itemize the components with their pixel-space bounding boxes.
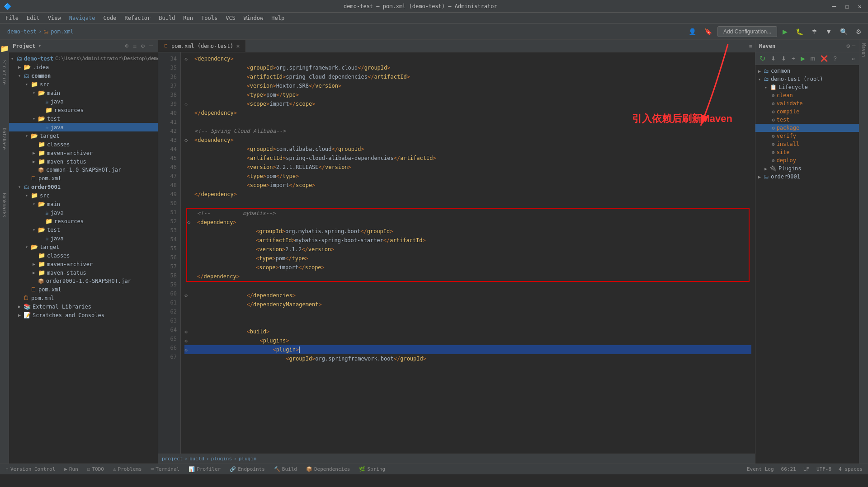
run-status-button[interactable]: ▶ Run	[62, 466, 80, 472]
tree-item-order9001-test[interactable]: ▾ 📂 test	[9, 225, 158, 234]
tree-item-order9001[interactable]: ▾ 🗂 order9001	[9, 183, 158, 191]
maven-run-button[interactable]: ▶	[798, 54, 807, 63]
build-button[interactable]: 🔨 Build	[272, 466, 299, 472]
tree-item-common-maven-archiver[interactable]: ▶ 📁 maven-archiver	[9, 149, 158, 157]
tree-item-order9001-target[interactable]: ▾ 📂 target	[9, 243, 158, 251]
tree-item-common-classes[interactable]: 📁 classes	[9, 140, 158, 149]
code-content[interactable]: ◇ <dependency> <groupId>org.springframew…	[181, 52, 755, 454]
menu-run[interactable]: Run	[179, 14, 197, 22]
maven-item-validate[interactable]: ⚙ validate	[755, 99, 859, 108]
menu-view[interactable]: View	[44, 14, 65, 22]
breadcrumb-filename[interactable]: pom.xml	[51, 28, 74, 35]
run-button[interactable]: ▶	[780, 26, 790, 37]
maven-add-button[interactable]: +	[789, 54, 797, 63]
line-ending-display[interactable]: LF	[802, 466, 811, 472]
maven-item-package[interactable]: ⚙ package	[755, 124, 859, 132]
maven-help-button[interactable]: ?	[831, 54, 839, 63]
project-icon[interactable]: 📁	[0, 42, 10, 56]
tree-item-common-main-java[interactable]: ☕ java	[9, 97, 158, 106]
project-locate-button[interactable]: ⊕	[124, 42, 130, 50]
menu-refactor[interactable]: Refactor	[121, 14, 154, 22]
maven-item-plugins[interactable]: ▶ 🔌 Plugins	[755, 164, 859, 173]
search-everywhere-button[interactable]: 🔍	[837, 26, 850, 37]
tree-item-common-main[interactable]: ▾ 📂 main	[9, 89, 158, 97]
tree-item-common-src[interactable]: ▾ 📁 src	[9, 80, 158, 89]
breadcrumb-build-path[interactable]: build	[189, 456, 204, 462]
close-button[interactable]: ✕	[855, 2, 864, 11]
menu-navigate[interactable]: Navigate	[66, 14, 99, 22]
tree-item-idea[interactable]: ▶ 📂 .idea	[9, 63, 158, 71]
breadcrumb-project[interactable]: demo-test	[7, 28, 37, 35]
maven-item-verify[interactable]: ⚙ verify	[755, 132, 859, 140]
tree-item-common-pom[interactable]: 🗒 pom.xml	[9, 174, 158, 183]
tree-item-order9001-classes[interactable]: 📁 classes	[9, 251, 158, 260]
maven-download-sources-button[interactable]: ⬇	[779, 54, 788, 63]
editor-tab-pom-xml[interactable]: 🗒 pom.xml (demo-test) ×	[158, 40, 246, 52]
bookmark-button[interactable]: 🔖	[702, 26, 715, 37]
tree-item-common-jar[interactable]: 📦 common-1.0-SNAPSHOT.jar	[9, 166, 158, 174]
encoding-display[interactable]: UTF-8	[815, 466, 833, 472]
menu-file[interactable]: File	[2, 14, 22, 22]
tree-item-common[interactable]: ▾ 🗂 common	[9, 71, 158, 80]
event-log-button[interactable]: Event Log	[745, 466, 776, 472]
profiler-button[interactable]: 📊 Profiler	[187, 466, 222, 472]
dependencies-button[interactable]: 📦 Dependencies	[304, 466, 352, 472]
tree-item-order9001-src[interactable]: ▾ 📁 src	[9, 191, 158, 200]
maven-item-clean[interactable]: ⚙ clean	[755, 91, 859, 99]
settings-button[interactable]: ⚙	[853, 26, 864, 37]
maven-item-demo-test[interactable]: ▾ 🗂 demo-test (root)	[755, 75, 859, 83]
minimize-button[interactable]: ─	[830, 2, 839, 11]
tree-item-order9001-pom[interactable]: 🗒 pom.xml	[9, 285, 158, 294]
editor-tab-menu-button[interactable]: ≡	[746, 40, 755, 52]
menu-code[interactable]: Code	[100, 14, 120, 22]
version-control-button[interactable]: ⑃ Version Control	[4, 466, 57, 472]
maven-refresh-button[interactable]: ↻	[757, 53, 768, 64]
tab-close-button[interactable]: ×	[236, 42, 240, 50]
menu-vcs[interactable]: VCS	[222, 14, 239, 22]
maven-skip-tests-button[interactable]: ❌	[818, 54, 830, 63]
endpoints-button[interactable]: 🔗 Endpoints	[228, 466, 267, 472]
maven-side-icon[interactable]: Maven	[860, 42, 867, 59]
maven-item-common[interactable]: ▶ 🗂 common	[755, 67, 859, 75]
more-run-button[interactable]: ▼	[823, 26, 835, 37]
maven-download-button[interactable]: ⬇	[769, 54, 778, 63]
project-collapse-button[interactable]: ≡	[132, 42, 138, 50]
maven-item-order9001[interactable]: ▶ 🗂 order9001	[755, 173, 859, 181]
tree-item-demo-test[interactable]: ▾ 🗂 demo-test C:\Users\Administrator\Des…	[9, 54, 158, 63]
tree-item-common-test[interactable]: ▾ 📂 test	[9, 114, 158, 123]
todo-button[interactable]: ☑ TODO	[85, 466, 106, 472]
maximize-button[interactable]: ☐	[842, 2, 851, 11]
tree-item-common-maven-status[interactable]: ▶ 📁 maven-status	[9, 157, 158, 166]
breadcrumb-file[interactable]: 🗂	[43, 28, 49, 35]
tree-item-common-test-java[interactable]: ☕ java	[9, 123, 158, 131]
debug-button[interactable]: 🐛	[793, 26, 806, 37]
database-icon[interactable]: Database	[1, 125, 8, 152]
menu-edit[interactable]: Edit	[23, 14, 43, 22]
maven-item-compile[interactable]: ⚙ compile	[755, 108, 859, 116]
tree-item-scratches[interactable]: ▶ 📝 Scratches and Consoles	[9, 311, 158, 319]
tree-item-order9001-resources[interactable]: 📁 resources	[9, 217, 158, 225]
maven-item-install[interactable]: ⚙ install	[755, 140, 859, 148]
terminal-button[interactable]: ⌨ Terminal	[149, 466, 182, 472]
maven-run-m-button[interactable]: m	[808, 54, 818, 63]
menu-window[interactable]: Window	[240, 14, 267, 22]
maven-item-lifecycle[interactable]: ▾ 📋 Lifecycle	[755, 83, 859, 91]
tree-item-order9001-main-java[interactable]: ☕ java	[9, 208, 158, 217]
maven-item-test[interactable]: ⚙ test	[755, 116, 859, 124]
indent-display[interactable]: 4 spaces	[837, 466, 864, 472]
breadcrumb-project-path[interactable]: project	[162, 456, 183, 462]
tree-item-common-main-resources[interactable]: 📁 resources	[9, 106, 158, 114]
tree-item-order9001-main[interactable]: ▾ 📂 main	[9, 200, 158, 208]
tree-item-order9001-test-java[interactable]: ☕ java	[9, 234, 158, 243]
project-close-button[interactable]: ─	[148, 42, 154, 50]
structure-icon[interactable]: Structure	[1, 57, 8, 87]
maven-item-site[interactable]: ⚙ site	[755, 148, 859, 156]
tree-item-order9001-maven-archiver[interactable]: ▶ 📁 maven-archiver	[9, 260, 158, 268]
maven-minimize-button[interactable]: ─	[852, 42, 855, 49]
maven-item-deploy[interactable]: ⚙ deploy	[755, 156, 859, 164]
tree-item-order9001-jar[interactable]: 📦 order9001-1.0-SNAPSHOT.jar	[9, 277, 158, 285]
tree-item-root-pom[interactable]: 🗒 pom.xml	[9, 294, 158, 302]
tree-item-order9001-maven-status[interactable]: ▶ 📁 maven-status	[9, 268, 158, 277]
tree-item-external-libraries[interactable]: ▶ 📚 External Libraries	[9, 302, 158, 311]
coverage-button[interactable]: ☂	[809, 26, 820, 37]
